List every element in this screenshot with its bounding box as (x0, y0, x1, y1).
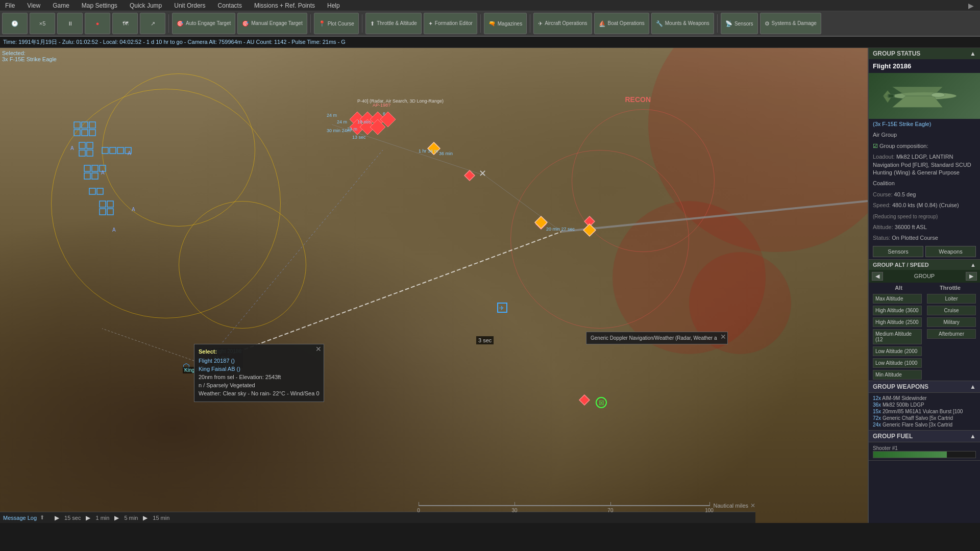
play-label-1: 15 sec (64, 515, 81, 521)
manual-engage-button[interactable]: 🎯 Manual Engage Target (237, 13, 307, 34)
ruler-close-button[interactable]: ✕ (750, 502, 755, 509)
playback-controls: ▶ 15 sec ▶ 1 min ▶ 5 min ▶ 15 min (53, 514, 169, 521)
toolbar-separator-1 (168, 14, 169, 33)
alt-speed-collapse-icon[interactable]: ▲ (970, 262, 976, 268)
main-layout: Selected: 3x F-15E Strike Eagle RECON (0, 48, 980, 523)
systems-icon: ⚙ (765, 20, 770, 27)
play-button-1[interactable]: ▶ (53, 514, 61, 521)
menu-map-settings[interactable]: Map Settings (79, 1, 120, 10)
weapon-vulcan: 15x 20mm/85 M61A1 Vulcan Burst [100 (873, 408, 976, 415)
clock-button[interactable]: 🕐 (2, 13, 28, 34)
weapon-aim9-qty: 12x (873, 395, 881, 401)
boat-icon: ⛵ (599, 20, 606, 27)
alt-speed-col-headers: Alt Throttle (869, 283, 980, 293)
tooltip-flight-20187[interactable]: Flight 20187 () (199, 357, 320, 365)
group-fuel-collapse-icon[interactable]: ▲ (970, 433, 976, 440)
speed-x5-button[interactable]: ×5 (30, 13, 55, 34)
menu-file[interactable]: File (2, 1, 18, 10)
tooltip-close-button[interactable]: ✕ (315, 345, 322, 353)
low-altitude-1000-button[interactable]: Low Altitude (1000 (873, 358, 922, 368)
fuel-shooter-label: Shooter #1 (873, 445, 976, 451)
loiter-button[interactable]: Loiter (927, 294, 976, 304)
menu-expand-icon[interactable]: ▶ (964, 2, 978, 10)
aircraft-icon: ✈ (538, 20, 543, 27)
altitude-label: Altitude: (873, 224, 893, 230)
tooltip-king-faisal[interactable]: King Faisal AB () (199, 365, 320, 373)
mounts-weapons-button[interactable]: 🔧 Mounts & Weapons (651, 13, 714, 34)
map-mode-button[interactable]: 🗺 (112, 13, 138, 34)
weapon-chaff: 72x Generic Chaff Salvo [5x Cartrid (873, 415, 976, 421)
group-status-collapse-icon[interactable]: ▲ (970, 50, 976, 57)
max-altitude-button[interactable]: Max Altitude (873, 294, 922, 304)
weapon-flare-qty: 24x (873, 422, 881, 428)
bottom-bar: Message Log ⬆ ▶ 15 sec ▶ 1 min ▶ 5 min ▶… (0, 512, 755, 523)
cruise-button[interactable]: Cruise (927, 306, 976, 315)
high-altitude-2500-button[interactable]: High Altitude (2500 (873, 317, 922, 327)
throttle-label: Throttle & Altitude (377, 20, 417, 27)
military-button[interactable]: Military (927, 317, 976, 327)
altitude-buttons: Max Altitude High Altitude (3600 High Al… (871, 293, 924, 381)
plot-course-button[interactable]: 📍 Plot Course (314, 13, 359, 34)
low-altitude-2000-button[interactable]: Low Altitude (2000 (873, 346, 922, 356)
medium-altitude-button[interactable]: Medium Altitude (12 (873, 329, 922, 344)
play-button-2[interactable]: ▶ (84, 514, 92, 521)
systems-damage-button[interactable]: ⚙ Systems & Damage (760, 13, 821, 34)
pause-button[interactable]: ⏸ (57, 13, 83, 34)
group-composition-checkbox[interactable]: ☑ (873, 143, 878, 149)
aircraft-ops-button[interactable]: ✈ Aircraft Operations (533, 13, 592, 34)
menu-help[interactable]: Help (324, 1, 343, 10)
sensors-button[interactable]: 📡 Sensors (721, 13, 758, 34)
selected-title: Selected: (2, 50, 57, 56)
cursor-button[interactable]: ↗ (140, 13, 165, 34)
sensors-label: Sensors (734, 21, 753, 27)
weapons-tab-button[interactable]: Weapons (925, 246, 976, 257)
menu-quick-jump[interactable]: Quick Jump (127, 1, 165, 10)
nav-right-button[interactable]: ▶ (966, 272, 977, 281)
plot-course-label: Plot Course (328, 21, 354, 27)
record-button[interactable]: ● (85, 13, 110, 34)
message-log-button[interactable]: Message Log (3, 515, 37, 521)
ruler-label-70: 70 (607, 508, 613, 513)
tooltip-weather: Weather: Clear sky - No rain- 22°C - Win… (199, 389, 320, 397)
toolbar-separator-2 (310, 14, 311, 33)
menu-unit-orders[interactable]: Unit Orders (171, 1, 208, 10)
ruler-tick-100: 100 (709, 502, 710, 506)
weapon-mk82-qty: 36x (873, 402, 881, 408)
menu-game[interactable]: Game (50, 1, 72, 10)
auto-engage-button[interactable]: 🎯 Auto Engage Target (172, 13, 235, 34)
upload-icon[interactable]: ⬆ (40, 514, 44, 521)
auto-engage-icon: 🎯 (177, 20, 184, 27)
high-altitude-3600-button[interactable]: High Altitude (3600 (873, 306, 922, 315)
ruler-label-100: 100 (705, 508, 714, 513)
radar-popup-text: Generic Doppler Navigation/Weather (Rada… (591, 335, 717, 341)
unit-image (869, 73, 980, 119)
menu-missions[interactable]: Missions + Ref. Points (251, 1, 318, 10)
unit-type-link[interactable]: (3x F-15E Strike Eagle) (873, 121, 931, 127)
auto-engage-label: Auto Engage Target (186, 20, 231, 27)
menu-view[interactable]: View (24, 1, 43, 10)
ruler-tick-30: 30 (514, 502, 515, 506)
alt-speed-header: GROUP ALT / SPEED ▲ (869, 260, 980, 270)
sensors-tab-button[interactable]: Sensors (873, 246, 923, 257)
formation-label: Formation Editor (435, 20, 473, 27)
boat-ops-button[interactable]: ⛵ Boat Operations (594, 13, 649, 34)
ruler-label-0: 0 (417, 508, 420, 513)
altitude-row: Altitude: 36000 ft ASL (869, 222, 980, 233)
toolbar-separator-6 (717, 14, 718, 33)
map-area[interactable]: Selected: 3x F-15E Strike Eagle RECON (0, 48, 868, 523)
menu-contacts[interactable]: Contacts (215, 1, 245, 10)
alt-speed-section: GROUP ALT / SPEED ▲ ◀ GROUP ▶ Alt Thrott… (869, 260, 980, 381)
play-button-3[interactable]: ▶ (112, 514, 121, 521)
min-altitude-button[interactable]: Min Altitude (873, 370, 922, 380)
afterburner-button[interactable]: Afterburner (927, 329, 976, 339)
group-weapons-collapse-icon[interactable]: ▲ (970, 383, 976, 390)
nav-left-button[interactable]: ◀ (872, 272, 883, 281)
play-button-4[interactable]: ▶ (141, 514, 150, 521)
radar-popup-close[interactable]: ✕ (720, 333, 726, 340)
status-label-panel: Status: (873, 235, 890, 241)
formation-editor-button[interactable]: ✦ Formation Editor (424, 13, 477, 34)
magazines-button[interactable]: 🔫 Magazines (484, 13, 527, 34)
svg-point-74 (932, 93, 945, 97)
throttle-altitude-button[interactable]: ⬆ Throttle & Altitude (365, 13, 422, 34)
group-fuel-header: GROUP FUEL ▲ (869, 431, 980, 442)
